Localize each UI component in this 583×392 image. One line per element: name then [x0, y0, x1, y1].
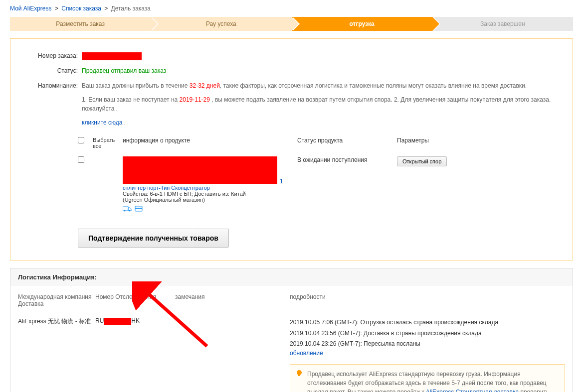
- svg-rect-6: [298, 375, 300, 376]
- tracking-number: RUHK: [95, 317, 175, 392]
- col-params: Параметры: [397, 137, 472, 149]
- order-panel: Номер заказа: Статус: Продавец отправил …: [10, 38, 573, 261]
- progress-bar: Разместить заказ Рау успеха отгрузка Зак…: [10, 17, 573, 31]
- bulb-icon: [295, 370, 303, 378]
- product-checkbox[interactable]: [78, 156, 84, 163]
- step-place-order: Разместить заказ: [10, 17, 151, 31]
- log-col-track: Номер Отслеживания: [95, 293, 175, 307]
- confirm-receipt-button[interactable]: Подтверждение полученных товаров: [78, 229, 229, 248]
- product-props: Свойства: 6-в-1 HDMI с БП; Доставить из:…: [123, 191, 297, 197]
- breadcrumb: Мой AliExpress > Список заказа > Деталь …: [0, 0, 583, 17]
- breadcrumb-order-list[interactable]: Список заказа: [61, 5, 101, 12]
- click-here-link[interactable]: кликните сюда: [82, 119, 122, 126]
- reminder-label: Напоминание:: [30, 81, 78, 127]
- col-product-info: информация о продукте: [123, 137, 297, 149]
- order-number-label: Номер заказа:: [30, 51, 78, 60]
- step-shipping: отгрузка: [292, 17, 432, 31]
- svg-point-1: [124, 210, 126, 212]
- svg-point-2: [129, 210, 131, 212]
- product-store: (Ugreen Официальный магазин): [123, 197, 297, 203]
- select-all-checkbox[interactable]: [78, 137, 84, 143]
- select-all-label: Выбрать все: [93, 137, 123, 149]
- log-col-company: Международная компания Доставка: [18, 293, 95, 307]
- logistics-title: Логистика Информация:: [10, 268, 573, 286]
- product-row: 1 сплиттер порт-Тип Сконцентратор Свойст…: [78, 151, 553, 219]
- tracking-redacted: [104, 318, 131, 325]
- shipping-company: AliExpress 无忧 物流 - 标准: [18, 317, 95, 392]
- col-product-status: Статус продукта: [297, 137, 397, 149]
- card-icon: [135, 205, 143, 212]
- reminder-text: Ваш заказ должны прибыть в течение 32-32…: [82, 81, 553, 127]
- info-box: Продавец использует AliExpress стандартн…: [290, 364, 565, 392]
- status-value: Продавец отправил ваш заказ: [82, 66, 553, 75]
- breadcrumb-current: Деталь заказа: [111, 5, 151, 12]
- tracking-event: 2019.10.04 23:26 (GMT-7): Пересылка посл…: [290, 339, 565, 350]
- product-status: В ожидании поступления: [297, 156, 397, 163]
- order-number-redacted: [82, 52, 142, 60]
- tracking-events: 2019.10.05 7:06 (GMT-7): Отгрузка остала…: [290, 317, 565, 350]
- update-link[interactable]: обновление: [290, 350, 323, 357]
- product-image-redacted: [123, 156, 277, 184]
- step-complete: Заказ завершен: [432, 17, 573, 31]
- svg-point-5: [297, 370, 302, 375]
- tracking-event: 2019.10.05 7:06 (GMT-7): Отгрузка остала…: [290, 317, 565, 328]
- log-col-notes: замечания: [175, 293, 290, 307]
- product-table: Выбрать все информация о продукте Статус…: [78, 134, 553, 219]
- tracking-event: 2019.10.04 23:56 (GMT-7): Доставка в стр…: [290, 328, 565, 339]
- product-qty: 1: [280, 178, 283, 185]
- breadcrumb-my-aliexpress[interactable]: Мой AliExpress: [10, 5, 52, 12]
- svg-rect-0: [123, 207, 128, 211]
- logistics-row: AliExpress 无忧 物流 - 标准 RUHK 2019.10.05 7:…: [18, 311, 565, 392]
- product-title-crossed: сплиттер порт-Тип Сконцентратор: [123, 185, 297, 191]
- step-pay-success: Рау успеха: [151, 17, 291, 31]
- svg-rect-4: [135, 208, 142, 209]
- status-label: Статус:: [30, 66, 78, 75]
- truck-icon: [123, 205, 132, 212]
- logistics-panel: Логистика Информация: Международная комп…: [10, 268, 573, 392]
- open-dispute-button[interactable]: Открытый спор: [397, 156, 447, 166]
- log-col-details: подробности: [290, 293, 565, 307]
- standard-shipping-link[interactable]: AliExpress Стандартная доставка: [426, 389, 519, 392]
